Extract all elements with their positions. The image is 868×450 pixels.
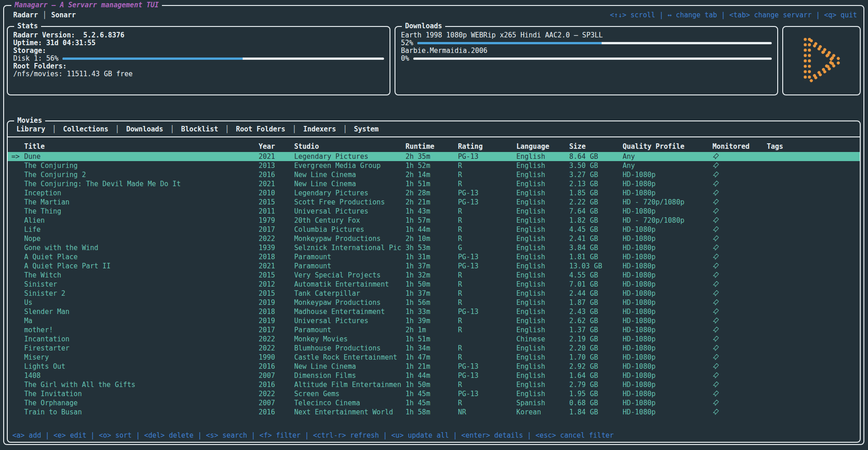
cell-quality-profile: HD-1080p [623, 353, 712, 362]
bookmark-icon [712, 380, 719, 388]
selection-prefix [11, 198, 24, 207]
cell-title: Ma [24, 316, 259, 325]
bookmark-icon [712, 179, 719, 187]
movie-row[interactable]: 1408 2007 Dimension Films 1h 44m PG-13 E… [8, 371, 860, 380]
terminal-screen: Managarr – A Servarr management TUI Rada… [0, 0, 868, 450]
cell-title: The Thing [24, 207, 259, 216]
movie-row[interactable]: The Thing 2011 Universal Pictures 1h 43m… [8, 207, 860, 216]
cell-rating: R [458, 280, 516, 289]
tab-collections[interactable]: Collections [58, 125, 113, 133]
movie-row[interactable]: Life 2017 Columbia Pictures 1h 44m R Eng… [8, 225, 860, 234]
cell-monitored [712, 380, 767, 389]
movies-table-body: => Dune 2021 Legendary Pictures 2h 35m P… [8, 152, 860, 417]
movie-row[interactable]: A Quiet Place 2018 Paramount 1h 31m PG-1… [8, 252, 860, 262]
downloads-panel-title: Downloads [402, 21, 445, 31]
movie-row[interactable]: Firestarter 2022 Blumhouse Productions 1… [8, 344, 860, 353]
cell-title: Gone with the Wind [24, 243, 259, 252]
col-year: Year [259, 142, 294, 151]
cell-year: 2019 [259, 298, 294, 307]
movie-row[interactable]: Lights Out 2016 New Line Cinema 1h 21m P… [8, 362, 860, 371]
cell-studio: New Line Cinema [294, 170, 405, 179]
servarr-tab-sonarr[interactable]: Sonarr [48, 11, 78, 19]
bookmark-icon [712, 289, 719, 297]
movie-row[interactable]: Train to Busan 2016 Next Entertainment W… [8, 408, 860, 417]
tab-blocklist[interactable]: Blocklist [176, 125, 223, 133]
movie-row[interactable]: The Witch 2015 Very Special Projects 1h … [8, 271, 860, 280]
cell-tags [767, 380, 860, 389]
cell-tags [767, 234, 860, 243]
cell-studio: Monkey Movies [294, 335, 405, 344]
stats-panel-title: Stats [14, 21, 41, 31]
cell-studio: Legendary Pictures [294, 152, 405, 161]
movie-row[interactable]: The Invitation 2022 Screen Gems 1h 45m P… [8, 389, 860, 398]
movie-row[interactable]: Us 2019 Monkeypaw Productions 1h 56m R E… [8, 298, 860, 307]
cell-rating: R [458, 216, 516, 225]
tab-downloads[interactable]: Downloads [121, 125, 168, 133]
cell-runtime: 1h 50m [405, 280, 458, 289]
bookmark-icon [712, 325, 719, 333]
movie-row[interactable]: The Girl with All the Gifts 2016 Altitud… [8, 380, 860, 389]
cell-title: Inception [24, 188, 259, 198]
cell-tags [767, 179, 860, 188]
cell-language: English [516, 353, 569, 362]
downloads-panel: Downloads Earth 1998 1080p WEBRip x265 H… [395, 26, 778, 95]
cell-monitored [712, 325, 767, 335]
cell-monitored [712, 344, 767, 353]
col-runtime: Runtime [405, 142, 458, 151]
cell-quality-profile: HD-1080p [623, 408, 712, 417]
cell-quality-profile: HD-1080p [623, 225, 712, 234]
cell-runtime: 1h 21m [405, 362, 458, 371]
movie-row[interactable]: Inception 2010 Legendary Pictures 2h 28m… [8, 188, 860, 198]
cell-language: English [516, 179, 569, 188]
selection-prefix [11, 179, 24, 188]
cell-title: Sinister 2 [24, 289, 259, 298]
cell-language: Chinese [516, 335, 569, 344]
movie-row[interactable]: mother! 2017 Paramount 2h 1m R English 1… [8, 325, 860, 335]
cell-rating: PG-13 [458, 307, 516, 316]
movie-row[interactable]: The Conjuring: The Devil Made Me Do It 2… [8, 179, 860, 188]
cell-monitored [712, 316, 767, 325]
movie-row[interactable]: The Conjuring 2 2016 New Line Cinema 2h … [8, 170, 860, 179]
bookmark-icon [712, 362, 719, 370]
movie-row[interactable]: Ma 2019 Universal Pictures 1h 39m R Engl… [8, 316, 860, 325]
col-monitored: Monitored [712, 142, 767, 151]
cell-language: English [516, 234, 569, 243]
cell-studio: Very Special Projects [294, 271, 405, 280]
cell-tags [767, 353, 860, 362]
movie-row[interactable]: Alien 1979 20th Century Fox 1h 57m R Eng… [8, 216, 860, 225]
movie-row[interactable]: The Martian 2015 Scott Free Productions … [8, 198, 860, 207]
cell-studio: New Line Cinema [294, 179, 405, 188]
movie-row[interactable]: Sinister 2012 Automatik Entertainment 1h… [8, 280, 860, 289]
movie-row[interactable]: The Conjuring 2013 Evergreen Media Group… [8, 161, 860, 170]
servarr-tab-radarr[interactable]: Radarr [10, 11, 41, 19]
cell-quality-profile: HD-1080p [623, 289, 712, 298]
cell-tags [767, 344, 860, 353]
cell-size: 2.92 GB [569, 362, 623, 371]
cell-runtime: 1h 58m [405, 408, 458, 417]
cell-monitored [712, 307, 767, 316]
movie-row[interactable]: The Orphanage 2007 Telecinco Cinema 1h 4… [8, 398, 860, 408]
cell-language: English [516, 307, 569, 316]
cell-title: Lights Out [24, 362, 259, 371]
tab-system[interactable]: System [349, 125, 384, 133]
movie-row[interactable]: A Quiet Place Part II 2021 Paramount 1h … [8, 262, 860, 271]
movie-row[interactable]: Incantation 2022 Monkey Movies 1h 51m Ch… [8, 335, 860, 344]
movie-row[interactable]: Misery 1990 Castle Rock Entertainment 1h… [8, 353, 860, 362]
movie-row[interactable]: Nope 2022 Monkeypaw Productions 2h 10m R… [8, 234, 860, 243]
cell-rating: R [458, 325, 516, 335]
cell-year: 2011 [259, 207, 294, 216]
cell-title: The Witch [24, 271, 259, 280]
cell-tags [767, 225, 860, 234]
tab-root-folders[interactable]: Root Folders [231, 125, 290, 133]
tab-indexers[interactable]: Indexers [298, 125, 341, 133]
cell-rating: R [458, 298, 516, 307]
movie-row[interactable]: Sinister 2 2015 Tank Caterpillar 1h 37m … [8, 289, 860, 298]
cell-rating: PG-13 [458, 389, 516, 398]
movie-row[interactable]: Slender Man 2018 Madhouse Entertainment … [8, 307, 860, 316]
cell-quality-profile: HD-1080p [623, 179, 712, 188]
tab-library[interactable]: Library [11, 125, 50, 133]
cell-quality-profile: Any [623, 161, 712, 170]
movie-row[interactable]: => Dune 2021 Legendary Pictures 2h 35m P… [8, 152, 860, 161]
cell-studio: Paramount [294, 252, 405, 262]
movie-row[interactable]: Gone with the Wind 1939 Selznick Interna… [8, 243, 860, 252]
